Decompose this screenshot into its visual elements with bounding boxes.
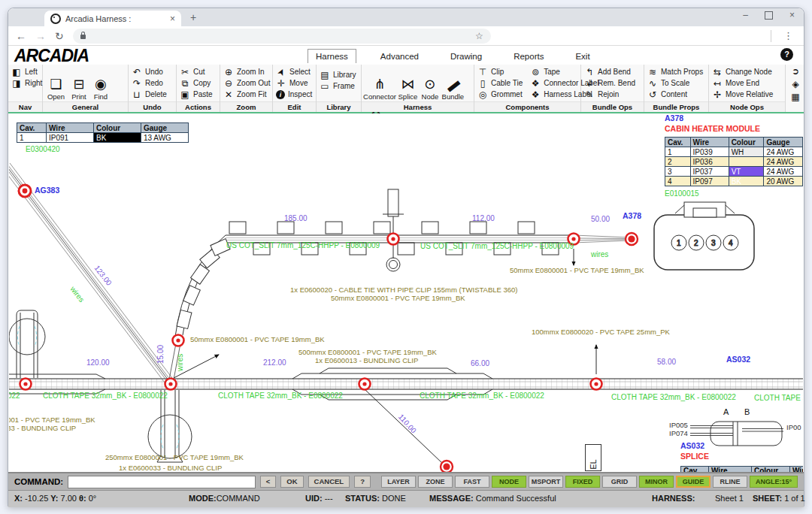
zoom-fit-button[interactable]: ✕Zoom Fit — [223, 89, 271, 100]
new-tab-button[interactable]: + — [190, 11, 196, 23]
tab-harness[interactable]: Harness — [308, 49, 356, 63]
quick-grid-button[interactable]: ▦ — [790, 92, 801, 102]
toggle-zone[interactable]: ZONE — [418, 476, 453, 488]
note-frag-clip: 033 - BUNDLING CLIP — [9, 424, 76, 432]
frame-button[interactable]: ▭Frame — [320, 80, 359, 92]
bookmark-star-icon[interactable]: ☆ — [475, 31, 483, 41]
to-scale-button[interactable]: ∿To Scale — [647, 77, 707, 89]
find-button[interactable]: ◉Find — [92, 66, 110, 101]
back-button[interactable]: ← — [16, 30, 26, 42]
address-bar[interactable]: ☆ — [73, 29, 491, 44]
command-input[interactable] — [68, 476, 256, 488]
window-close-button[interactable]: × — [789, 10, 795, 20]
toggle-fixed[interactable]: FIXED — [565, 476, 600, 488]
connector-button[interactable]: ⋔Connector — [365, 66, 395, 101]
splice-button[interactable]: ⋈Splice — [398, 66, 417, 101]
undo-button[interactable]: ↶Undo — [132, 66, 174, 77]
command-back-button[interactable]: < — [260, 476, 277, 488]
screen-left-icon: ◧ — [11, 67, 22, 77]
quick-schematic-button[interactable]: ◈ — [790, 79, 801, 89]
clip-button[interactable]: ⊤Clip — [477, 66, 523, 77]
reload-button[interactable]: ↻ — [55, 30, 64, 42]
minimize-button[interactable]: – — [743, 10, 748, 20]
zoom-out-button[interactable]: ⊖Zoom Out — [223, 77, 271, 89]
status-mode: MODE:COMMAND — [189, 494, 260, 503]
move-button[interactable]: ✛Move — [276, 77, 314, 89]
grommet-left[interactable] — [9, 310, 45, 378]
toggle-guide[interactable]: GUIDE — [676, 476, 710, 488]
toggle-node[interactable]: NODE — [492, 476, 526, 488]
left-button[interactable]: ◧Left — [11, 66, 41, 77]
command-help-button[interactable]: ? — [354, 476, 371, 488]
inspect-button[interactable]: iInspect — [276, 89, 314, 100]
group-library: ▤Library ▭Frame Library — [317, 65, 362, 112]
print-button[interactable]: ⊟Print — [69, 66, 88, 101]
match-props-icon: ≋ — [647, 67, 658, 77]
move-end-button[interactable]: ↤Move End — [712, 77, 783, 89]
dim-120: 120.00 — [86, 358, 110, 367]
maximize-button[interactable] — [765, 11, 773, 20]
label-a: A — [723, 408, 729, 416]
connector-a378-drawing[interactable]: 1 2 3 4 — [654, 202, 754, 270]
add-bend-button[interactable]: ↰Add Bend — [584, 66, 642, 77]
label-cloth-4: CLOTH TAPE 32mm_BK - E0800022 — [611, 393, 736, 401]
delete-button[interactable]: ⊔Delete — [132, 89, 174, 100]
rejoin-button[interactable]: ✎Rejoin — [584, 89, 642, 100]
status-state: STATUS: DONE — [345, 494, 406, 503]
toggle-angle[interactable]: ANGLE:15° — [750, 476, 798, 488]
grommet-button[interactable]: ◎Grommet — [477, 89, 523, 100]
forward-button[interactable]: → — [35, 30, 46, 42]
copy-button[interactable]: ⧉Copy — [180, 77, 218, 89]
dim-15: 15.00 — [156, 345, 165, 364]
wire-table-left: Cav. Wire Colour Gauge 1 IP091 BK 13 AWG — [17, 122, 189, 143]
label-cloth-2: CLOTH TAPE 32mm_BK - E0800022 — [218, 392, 343, 400]
pipe-clip-symbol[interactable] — [383, 189, 404, 271]
toggle-grid[interactable]: GRID — [602, 476, 637, 488]
zoom-in-button[interactable]: ⊕Zoom In — [223, 66, 271, 77]
drawing-canvas[interactable]: 1 2 3 4 — [9, 113, 803, 472]
dim-66: 66.00 — [471, 359, 489, 367]
right-button[interactable]: ◨Right — [11, 77, 41, 89]
command-cancel-button[interactable]: CANCEL — [308, 476, 350, 488]
browser-menu-icon[interactable]: ⋮ — [780, 30, 796, 41]
toggle-msport[interactable]: MSPORT — [529, 476, 563, 488]
move-relative-button[interactable]: ✢Move Relative — [712, 89, 783, 100]
command-ok-button[interactable]: OK — [280, 476, 303, 488]
grommet-bottom[interactable] — [148, 390, 192, 462]
corrugated-tube[interactable] — [175, 222, 574, 337]
label-as032-band: AS032 — [726, 355, 750, 364]
cable-tie-button[interactable]: ▯Cable Tie — [477, 77, 523, 89]
select-button[interactable]: ➤Select — [276, 66, 314, 77]
toggle-layer[interactable]: LAYER — [381, 476, 416, 488]
change-node-button[interactable]: ⇆Change Node — [712, 66, 783, 77]
note-frag-clip2: 1x E0600033 - BUNDLING CLIP — [119, 464, 222, 472]
redo-button[interactable]: ↷Redo — [132, 77, 174, 89]
heater-ref: A378 — [665, 114, 683, 122]
group-undo: ↶Undo ↷Redo ⊔Delete Undo — [129, 65, 177, 112]
node-icon: ⊙ — [424, 76, 435, 92]
browser-navbar: ← → ↻ ☆ ⋮ — [8, 26, 804, 46]
tab-reports[interactable]: Reports — [506, 50, 551, 63]
help-button[interactable]: ? — [780, 48, 793, 61]
cut-button[interactable]: ✂Cut — [180, 66, 218, 77]
open-button[interactable]: ❏Open — [46, 66, 66, 101]
node-button[interactable]: ⊙Node — [421, 66, 439, 101]
toggle-minor[interactable]: MINOR — [639, 476, 674, 488]
quick-compass-button[interactable]: ➲ — [790, 66, 801, 77]
paste-button[interactable]: ▣Paste — [180, 89, 218, 100]
tab-drawing[interactable]: Drawing — [443, 50, 489, 63]
remove-bend-button[interactable]: ↲Rem. Bend — [584, 77, 642, 89]
library-button[interactable]: ▤Library — [320, 69, 359, 80]
content-button[interactable]: ↺Content — [647, 89, 707, 100]
tab-advanced[interactable]: Advanced — [373, 50, 426, 63]
tape-icon: ⊚ — [530, 67, 541, 77]
browser-tab[interactable]: Arcadia Harness : × — [44, 11, 181, 26]
match-props-button[interactable]: ≋Match Props — [647, 66, 707, 77]
tab-close-icon[interactable]: × — [170, 14, 175, 24]
tab-exit[interactable]: Exit — [568, 50, 597, 63]
arcadia-logo: ARCADIA — [14, 46, 89, 66]
bundle-button[interactable]: ▬Bundle — [442, 66, 463, 101]
undo-icon: ↶ — [132, 67, 142, 77]
toggle-fast[interactable]: FAST — [455, 476, 489, 488]
toggle-rline[interactable]: RLINE — [713, 476, 747, 488]
